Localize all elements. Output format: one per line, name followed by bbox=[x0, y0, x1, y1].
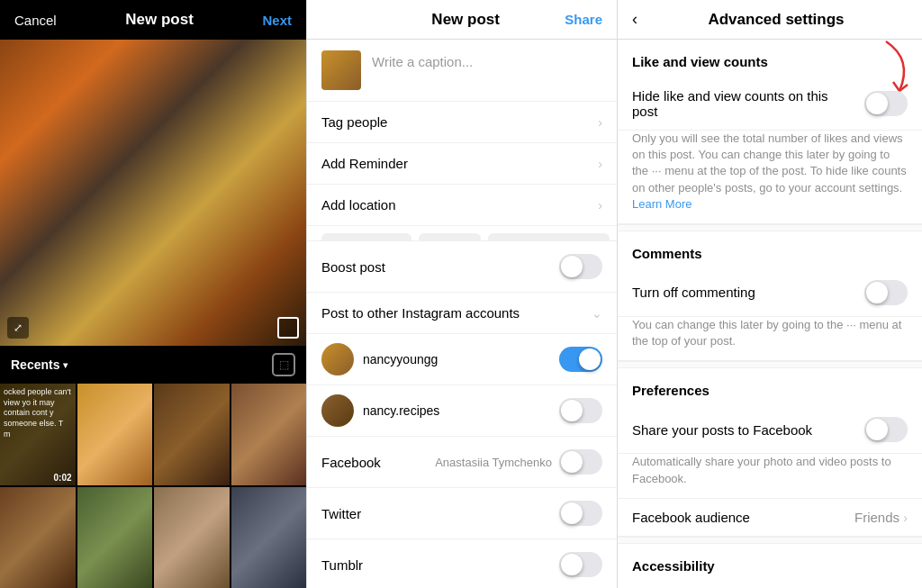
account-name: nancyyoungg bbox=[363, 352, 550, 366]
share-button[interactable]: Share bbox=[565, 12, 602, 27]
boost-post-toggle[interactable] bbox=[559, 254, 602, 279]
hide-like-counts-desc: Only you will see the total number of li… bbox=[618, 131, 922, 224]
facebook-audience-label: Facebook audience bbox=[632, 510, 750, 525]
like-counts-section-header: Like and view counts bbox=[618, 40, 922, 77]
section-divider bbox=[618, 224, 922, 231]
location-tags: Ko Pha-ngan Ukraine Nira's home bakery bbox=[307, 226, 617, 241]
hide-like-row-container: Hide like and view counts on this post bbox=[618, 77, 922, 131]
chevron-right-icon: › bbox=[903, 510, 908, 525]
thumbnail-item[interactable]: ocked people can't view yo it may contai… bbox=[0, 384, 76, 485]
select-icon[interactable] bbox=[277, 317, 299, 339]
tumblr-item: Tumblr bbox=[307, 539, 617, 588]
right-header: ‹ Advanced settings bbox=[618, 0, 922, 40]
facebook-toggle[interactable] bbox=[559, 449, 602, 475]
middle-title: New post bbox=[431, 11, 500, 29]
share-to-facebook-desc: Automatically share your photo and video… bbox=[618, 454, 922, 498]
add-location-item[interactable]: Add location › bbox=[307, 185, 617, 226]
facebook-account: Anastasiia Tymchenko bbox=[435, 456, 552, 469]
recents-bar: Recents ▾ ⬚ bbox=[0, 346, 306, 384]
hide-like-counts-toggle[interactable] bbox=[864, 91, 908, 116]
middle-panel: New post Share Write a caption... Tag pe… bbox=[306, 0, 617, 588]
thumbnail-item[interactable] bbox=[77, 384, 153, 485]
account-toggle[interactable] bbox=[559, 398, 602, 423]
account-nancy-recipes: nancy.recipes bbox=[307, 385, 617, 437]
caption-thumbnail bbox=[321, 50, 361, 90]
boost-post-item: Boost post bbox=[307, 241, 617, 293]
expand-icon[interactable]: ⤢ bbox=[7, 317, 29, 339]
twitter-item: Twitter bbox=[307, 488, 617, 539]
caption-area: Write a caption... bbox=[307, 40, 617, 102]
share-to-facebook-toggle[interactable] bbox=[864, 417, 908, 442]
location-tag-ukraine[interactable]: Ukraine bbox=[419, 233, 481, 241]
facebook-item: Facebook Anastasiia Tymchenko bbox=[307, 437, 617, 488]
hide-like-counts-row: Hide like and view counts on this post bbox=[618, 77, 922, 131]
post-to-other-label: Post to other Instagram accounts bbox=[321, 305, 520, 321]
twitter-toggle[interactable] bbox=[559, 501, 602, 526]
back-button[interactable]: ‹ bbox=[632, 10, 637, 29]
add-reminder-item[interactable]: Add Reminder › bbox=[307, 143, 617, 185]
account-nancyyoungg: nancyyoungg bbox=[307, 334, 617, 385]
left-header: Cancel New post Next bbox=[0, 0, 306, 40]
left-panel-title: New post bbox=[125, 11, 194, 29]
hide-like-counts-label: Hide like and view counts on this post bbox=[632, 88, 864, 119]
learn-more-link[interactable]: Learn More bbox=[632, 197, 692, 211]
account-avatar bbox=[321, 394, 354, 427]
tumblr-toggle[interactable] bbox=[559, 552, 602, 577]
main-image: ⤢ bbox=[0, 40, 306, 346]
next-button[interactable]: Next bbox=[262, 13, 292, 28]
recents-chevron-icon: ▾ bbox=[63, 360, 68, 370]
turn-off-commenting-toggle[interactable] bbox=[864, 280, 908, 305]
middle-header: New post Share bbox=[307, 0, 617, 40]
thumbnail-grid: ocked people can't view yo it may contai… bbox=[0, 384, 306, 588]
comments-section-header: Comments bbox=[618, 231, 922, 269]
right-panel: ‹ Advanced settings Like and view counts… bbox=[617, 0, 922, 588]
account-toggle[interactable] bbox=[559, 347, 602, 372]
thumbnail-item[interactable] bbox=[231, 384, 307, 485]
like-counts-title: Like and view counts bbox=[632, 54, 768, 69]
locked-overlay: ocked people can't view yo it may contai… bbox=[0, 384, 76, 485]
twitter-label: Twitter bbox=[321, 506, 361, 521]
location-tag-bakery[interactable]: Nira's home bakery bbox=[488, 233, 610, 241]
thumbnail-item[interactable] bbox=[0, 487, 76, 589]
caption-input[interactable]: Write a caption... bbox=[372, 50, 473, 69]
turn-off-commenting-label: Turn off commenting bbox=[632, 285, 864, 300]
friends-text: Friends bbox=[854, 510, 899, 525]
share-to-facebook-row: Share your posts to Facebook bbox=[618, 406, 922, 454]
location-tag-ko[interactable]: Ko Pha-ngan bbox=[321, 233, 411, 241]
tag-people-item[interactable]: Tag people › bbox=[307, 102, 617, 143]
preferences-title: Preferences bbox=[632, 383, 710, 398]
recents-label-text: Recents bbox=[11, 357, 59, 372]
cancel-button[interactable]: Cancel bbox=[14, 13, 57, 28]
turn-off-commenting-row: Turn off commenting bbox=[618, 269, 922, 317]
chevron-right-icon: › bbox=[598, 157, 602, 171]
chevron-right-icon: › bbox=[598, 198, 602, 213]
tumblr-label: Tumblr bbox=[321, 557, 363, 573]
thumbnail-item[interactable] bbox=[154, 384, 230, 485]
thumbnail-item[interactable] bbox=[77, 487, 153, 589]
right-title: Advanced settings bbox=[645, 11, 908, 29]
turn-off-commenting-desc: You can change this later by going to th… bbox=[618, 317, 922, 361]
locked-text: ocked people can't view yo it may contai… bbox=[4, 387, 72, 439]
facebook-audience-value: Friends › bbox=[854, 510, 908, 525]
comments-title: Comments bbox=[632, 246, 702, 261]
add-location-label: Add location bbox=[321, 197, 396, 213]
post-to-other-item[interactable]: Post to other Instagram accounts ⌄ bbox=[307, 293, 617, 334]
section-divider bbox=[618, 361, 922, 368]
account-avatar bbox=[321, 343, 354, 375]
thumbnail-item[interactable] bbox=[154, 487, 230, 589]
video-duration: 0:02 bbox=[53, 473, 71, 483]
recents-dropdown[interactable]: Recents ▾ bbox=[11, 357, 68, 372]
left-panel: Cancel New post Next ⤢ Recents ▾ ⬚ ocked… bbox=[0, 0, 306, 588]
tag-people-label: Tag people bbox=[321, 114, 387, 130]
thumbnail-item[interactable] bbox=[231, 487, 307, 589]
camera-icon[interactable]: ⬚ bbox=[272, 353, 295, 376]
main-image-content bbox=[0, 40, 306, 346]
account-name: nancy.recipes bbox=[363, 403, 550, 418]
facebook-label: Facebook bbox=[321, 455, 381, 470]
chevron-down-icon: ⌄ bbox=[592, 306, 602, 321]
accessibility-section-header: Accessibility bbox=[618, 544, 922, 582]
add-reminder-label: Add Reminder bbox=[321, 156, 408, 171]
section-divider bbox=[618, 537, 922, 544]
share-to-facebook-label: Share your posts to Facebook bbox=[632, 422, 864, 438]
facebook-audience-row[interactable]: Facebook audience Friends › bbox=[618, 499, 922, 537]
